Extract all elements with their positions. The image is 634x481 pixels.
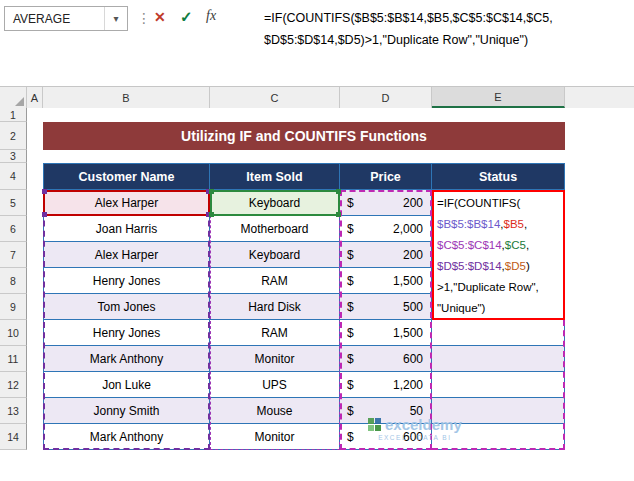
cell-D8[interactable]: $1,500 [340, 268, 432, 294]
currency-symbol: $ [347, 248, 354, 262]
confirm-icon[interactable]: ✓ [180, 8, 193, 26]
formula-segment: $D5 [505, 260, 526, 272]
row-header-13[interactable]: 13 [0, 398, 27, 424]
cell-C7[interactable]: Keyboard [210, 242, 340, 268]
cell-E5-formula-editor[interactable]: =IF(COUNTIFS($B$5:$B$14,$B5,$C$5:$C$14,$… [432, 190, 565, 320]
price-value: 200 [403, 196, 423, 210]
currency-symbol: $ [347, 378, 354, 392]
cell-D12[interactable]: $1,200 [340, 372, 432, 398]
name-box[interactable]: AVERAGE ▾ [4, 6, 128, 31]
formula-segment: $C$5:$C$14 [437, 239, 502, 251]
cell-D5[interactable]: $200 [340, 190, 432, 216]
row-header-8[interactable]: 8 [0, 268, 27, 294]
cell-B7[interactable]: Alex Harper [43, 242, 210, 268]
column-header-D[interactable]: D [340, 87, 432, 108]
formula-segment: $B5 [504, 218, 524, 230]
formula-segment: =IF(COUNTIFS( [437, 197, 520, 209]
table-header-B4[interactable]: Customer Name [43, 163, 210, 190]
formula-line-6: "Unique") [437, 298, 560, 319]
currency-symbol: $ [347, 430, 354, 444]
cell-B10[interactable]: Henry Jones [43, 320, 210, 346]
currency-symbol: $ [347, 404, 354, 418]
table-header-C4[interactable]: Item Sold [210, 163, 340, 190]
column-header-A[interactable]: A [27, 87, 43, 108]
row-header-10[interactable]: 10 [0, 320, 27, 346]
currency-symbol: $ [347, 300, 354, 314]
select-all-button[interactable] [0, 87, 27, 108]
cell-C5[interactable]: Keyboard [210, 190, 340, 216]
price-value: 500 [403, 300, 423, 314]
cell-D10[interactable]: $1,500 [340, 320, 432, 346]
cell-C6[interactable]: Motherboard [210, 216, 340, 242]
row-header-2[interactable]: 2 [0, 122, 27, 150]
row-header-11[interactable]: 11 [0, 346, 27, 372]
excel-window: AVERAGE ▾ ⋮ ✕ ✓ fx =IF(COUNTIFS($B$5:$B$… [0, 0, 634, 481]
cell-C14[interactable]: Monitor [210, 424, 340, 450]
cell-C11[interactable]: Monitor [210, 346, 340, 372]
cell-C8[interactable]: RAM [210, 268, 340, 294]
column-header-B[interactable]: B [43, 87, 210, 108]
formula-input[interactable]: =IF(COUNTIFS($B$5:$B$14,$B5,$C$5:$C$14,$… [257, 3, 628, 58]
cell-C13[interactable]: Mouse [210, 398, 340, 424]
cancel-icon[interactable]: ✕ [154, 9, 166, 25]
cell-C9[interactable]: Hard Disk [210, 294, 340, 320]
cell-B13[interactable]: Jonny Smith [43, 398, 210, 424]
formula-segment: , [526, 239, 529, 251]
insert-function-icon[interactable]: fx [206, 8, 216, 24]
row-header-4[interactable]: 4 [0, 163, 27, 190]
cell-E14[interactable] [432, 424, 565, 450]
cell-B12[interactable]: Jon Luke [43, 372, 210, 398]
formula-bar: AVERAGE ▾ ⋮ ✕ ✓ fx =IF(COUNTIFS($B$5:$B$… [0, 0, 634, 86]
currency-symbol: $ [347, 352, 354, 366]
cell-B6[interactable]: Joan Harris [43, 216, 210, 242]
table-header-D4[interactable]: Price [340, 163, 432, 190]
cell-D7[interactable]: $200 [340, 242, 432, 268]
cell-D11[interactable]: $600 [340, 346, 432, 372]
cell-B9[interactable]: Tom Jones [43, 294, 210, 320]
chevron-down-icon[interactable]: ▾ [104, 7, 127, 30]
row-header-6[interactable]: 6 [0, 216, 27, 242]
cell-D9[interactable]: $500 [340, 294, 432, 320]
cell-D6[interactable]: $2,000 [340, 216, 432, 242]
row-header-5[interactable]: 5 [0, 190, 27, 216]
row-header-3[interactable]: 3 [0, 150, 27, 163]
price-value: 1,200 [393, 378, 423, 392]
formula-line-1: =IF(COUNTIFS( [437, 193, 560, 214]
currency-symbol: $ [347, 196, 354, 210]
currency-symbol: $ [347, 326, 354, 340]
more-options-icon[interactable]: ⋮ [137, 10, 151, 26]
cell-C12[interactable]: UPS [210, 372, 340, 398]
cell-B14[interactable]: Mark Anthony [43, 424, 210, 450]
cell-E10[interactable] [432, 320, 565, 346]
currency-symbol: $ [347, 222, 354, 236]
formula-segment: , [524, 218, 527, 230]
formula-segment: $C5 [505, 239, 526, 251]
cell-E11[interactable] [432, 346, 565, 372]
column-header-C[interactable]: C [210, 87, 340, 108]
cell-E12[interactable] [432, 372, 565, 398]
row-header-7[interactable]: 7 [0, 242, 27, 268]
table-header-E4[interactable]: Status [432, 163, 565, 190]
cell-B8[interactable]: Henry Jones [43, 268, 210, 294]
formula-segment: $B$5:$B$14 [437, 218, 500, 230]
cell-B11[interactable]: Mark Anthony [43, 346, 210, 372]
row-header-1[interactable]: 1 [0, 108, 27, 122]
cell-B5[interactable]: Alex Harper [43, 190, 210, 216]
cell-C10[interactable]: RAM [210, 320, 340, 346]
row-header-12[interactable]: 12 [0, 372, 27, 398]
formula-line-2: $B$5:$B$14,$B5, [437, 214, 560, 235]
row-header-14[interactable]: 14 [0, 424, 27, 450]
column-headers: ABCDE [0, 86, 634, 108]
formula-input-line-2: $D$5:$D$14,$D5)>1,"Duplicate Row","Uniqu… [264, 29, 621, 51]
formula-segment: >1,"Duplicate Row", [437, 281, 539, 293]
sheet-body: 1234567891011121314 Utilizing IF and COU… [0, 108, 634, 481]
spreadsheet-grid: ABCDE 1234567891011121314 Utilizing IF a… [0, 86, 634, 481]
cell-E13[interactable] [432, 398, 565, 424]
cell-D13[interactable]: $50 [340, 398, 432, 424]
column-header-E[interactable]: E [432, 87, 565, 108]
formula-segment: "Unique") [437, 302, 485, 314]
formula-segment: $D$5:$D$14 [437, 260, 502, 272]
worksheet-title: Utilizing IF and COUNTIFS Functions [43, 122, 565, 150]
row-header-9[interactable]: 9 [0, 294, 27, 320]
cell-D14[interactable]: $600 [340, 424, 432, 450]
